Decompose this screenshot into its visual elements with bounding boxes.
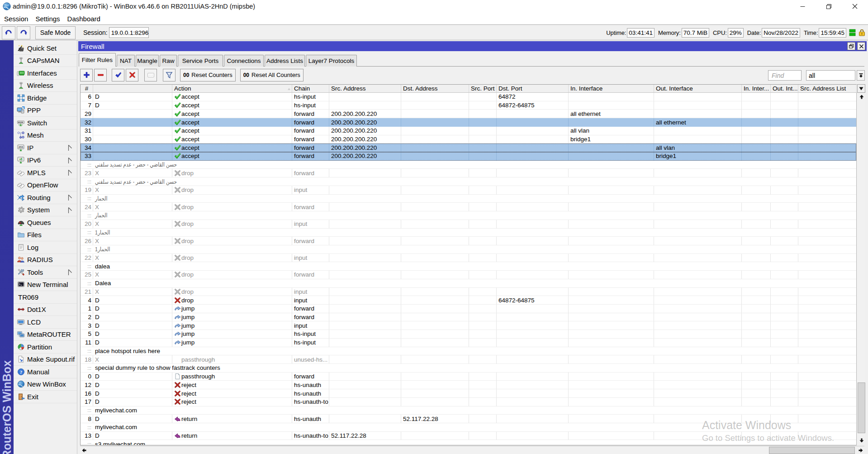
rule-row-3[interactable]: 3Djumpinput	[81, 321, 856, 330]
rule-row-29[interactable]: 29 acceptforward200.200.200.220all ether…	[81, 110, 856, 118]
column-header-action[interactable]: Action	[172, 85, 292, 92]
add-button[interactable]	[80, 69, 93, 81]
undo-button[interactable]	[2, 26, 15, 39]
sidebar-item-partition[interactable]: Partition	[14, 341, 77, 354]
scroll-down-button[interactable]	[858, 436, 865, 444]
tab-layer7-protocols[interactable]: Layer7 Protocols	[306, 55, 357, 67]
sidebar-item-routing[interactable]: Routing	[14, 191, 77, 204]
sidebar-item-new-terminal[interactable]: New Terminal	[14, 279, 77, 292]
column-header-sport[interactable]: Src. Port	[469, 85, 497, 92]
column-header-outifl[interactable]: Out. Int...	[771, 85, 798, 92]
filter-select[interactable]: all	[806, 70, 855, 81]
rule-row-2[interactable]: 2Djumpforward	[81, 313, 856, 322]
rule-row-7[interactable]: 7D accepths-input64872-64875	[81, 101, 856, 110]
sidebar-item-wireless[interactable]: Wireless	[14, 80, 77, 92]
menu-session[interactable]: Session	[1, 13, 31, 24]
comment-row[interactable]: :::الحمار1	[81, 229, 856, 237]
find-input[interactable]: Find	[768, 70, 802, 81]
sidebar-item-openflow[interactable]: OpenFlow	[14, 179, 77, 192]
rule-row-26[interactable]: 26Xdropforward	[81, 237, 856, 245]
sidebar-item-dot1x[interactable]: Dot1X	[14, 304, 77, 316]
rule-row-23[interactable]: 23Xdropforward	[81, 169, 856, 177]
remove-button[interactable]	[94, 69, 107, 81]
tab-connections[interactable]: Connections	[224, 55, 264, 67]
sidebar-item-switch[interactable]: Switch	[14, 117, 77, 129]
column-header-inif[interactable]: In. Interface	[569, 85, 654, 92]
column-select-button[interactable]	[857, 84, 865, 93]
sidebar-item-tr069[interactable]: TR069	[14, 291, 77, 304]
comment-row[interactable]: :::s3.mylivechat.com	[81, 440, 856, 445]
sidebar-item-make-supout-rif[interactable]: Make Supout.rif	[14, 354, 77, 366]
session-field[interactable]: 19.0.0.1:8296	[109, 27, 149, 38]
sidebar-item-tools[interactable]: Tools	[14, 266, 77, 279]
sidebar-item-quick-set[interactable]: Quick Set	[14, 42, 77, 55]
rule-row-22[interactable]: 22Xdropinput	[81, 254, 856, 263]
scroll-right-button[interactable]	[857, 446, 864, 454]
rule-row-31[interactable]: 31 acceptforward200.200.200.220all vlan	[81, 127, 856, 135]
comment-row[interactable]: :::الحمار1	[81, 245, 856, 254]
sidebar-item-mesh[interactable]: Mesh	[14, 129, 77, 142]
column-header-flag[interactable]	[93, 85, 172, 92]
close-button[interactable]	[842, 0, 868, 13]
sidebar-item-files[interactable]: Files	[14, 229, 77, 242]
rule-row-17[interactable]: 17Drejecths-unauth-to	[81, 398, 856, 406]
firewall-restore-button[interactable]	[847, 42, 855, 50]
disable-button[interactable]	[126, 69, 138, 81]
comment-row[interactable]: :::الحمار	[81, 195, 856, 203]
rule-row-8[interactable]: 8Dreturnhs-unauth52.117.22.28	[81, 415, 856, 423]
column-header-srcl[interactable]: Src. Address List	[798, 85, 857, 92]
sidebar-item-manual[interactable]: ?Manual	[14, 366, 77, 378]
vertical-scrollbar[interactable]	[858, 93, 865, 444]
rule-row-18[interactable]: 18Xpassthroughunused-hs...	[81, 355, 856, 364]
sidebar-item-new-winbox[interactable]: New WinBox	[14, 378, 77, 391]
rule-row-13[interactable]: 13Dreturnhs-unauth-to52.117.22.28	[81, 432, 856, 440]
scroll-up-button[interactable]	[858, 93, 865, 100]
sidebar-item-ppp[interactable]: PPP	[14, 105, 77, 117]
column-header-inifl[interactable]: In. Inter...	[742, 85, 771, 92]
comment-row[interactable]: :::special dummy rule to show fasttrack …	[81, 364, 856, 373]
tab-mangle[interactable]: Mangle	[136, 55, 159, 67]
horizontal-scrollbar[interactable]	[80, 446, 864, 454]
scroll-left-button[interactable]	[80, 446, 88, 454]
firewall-close-button[interactable]	[857, 42, 865, 50]
firewall-titlebar[interactable]: Firewall	[78, 41, 867, 51]
rule-row-20[interactable]: 20Xdropinput	[81, 220, 856, 229]
column-header-dport[interactable]: Dst. Port	[497, 85, 569, 92]
horizontal-scroll-thumb[interactable]	[769, 447, 855, 454]
column-header-num[interactable]: #	[81, 85, 93, 92]
comment-row[interactable]: :::حسن القاضي - حضر - عدم تسديد سلفني	[81, 177, 856, 186]
comment-row[interactable]: :::dalea	[81, 262, 856, 271]
sidebar-item-exit[interactable]: Exit	[14, 391, 77, 403]
tab-filter-rules[interactable]: Filter Rules	[79, 53, 116, 67]
comment-button[interactable]	[144, 69, 157, 81]
sidebar-item-bridge[interactable]: Bridge	[14, 92, 77, 105]
rule-row-30[interactable]: 30 acceptforward200.200.200.220bridge1	[81, 135, 856, 144]
reset-counters-button[interactable]: 00Reset Counters	[180, 69, 236, 81]
sidebar-item-lcd[interactable]: LCD	[14, 316, 77, 329]
safe-mode-button[interactable]: Safe Mode	[35, 26, 76, 39]
rule-row-1[interactable]: 1Djumpforward	[81, 305, 856, 313]
comment-row[interactable]: :::mylivechat.com	[81, 423, 856, 432]
rule-row-5[interactable]: 5Djumphs-input	[81, 330, 856, 339]
column-header-outif[interactable]: Out. Interface	[654, 85, 742, 92]
comment-row[interactable]: :::mylivechat.com	[81, 406, 856, 415]
rule-row-4[interactable]: 4Ddropinput64872-64875	[81, 296, 856, 305]
menu-dashboard[interactable]: Dashboard	[64, 13, 104, 24]
column-header-src[interactable]: Src. Address	[329, 85, 401, 92]
column-header-chain[interactable]: Chain	[292, 85, 329, 92]
sidebar-item-metarouter[interactable]: MetaROUTER	[14, 329, 77, 341]
filter-button[interactable]	[163, 69, 175, 81]
tab-address-lists[interactable]: Address Lists	[265, 55, 305, 67]
sidebar-item-system[interactable]: System	[14, 204, 77, 217]
minimize-button[interactable]	[789, 0, 816, 13]
rule-row-25[interactable]: 25Xdropforward	[81, 271, 856, 279]
sidebar-item-capsman[interactable]: CAPsMAN	[14, 55, 77, 67]
comment-row[interactable]: :::حسن القاضي - حضر - عدم تسديد سلفني	[81, 161, 856, 169]
sidebar-item-mpls[interactable]: MPLS	[14, 167, 77, 179]
rule-row-24[interactable]: 24Xdropforward	[81, 203, 856, 211]
filter-dropdown-button[interactable]	[857, 70, 865, 81]
menu-settings[interactable]: Settings	[32, 13, 63, 24]
rule-row-32[interactable]: 32 acceptforward200.200.200.220all ether…	[81, 118, 856, 127]
tab-nat[interactable]: NAT	[117, 55, 135, 67]
rule-row-6[interactable]: 6D accepths-input64872	[81, 93, 856, 101]
